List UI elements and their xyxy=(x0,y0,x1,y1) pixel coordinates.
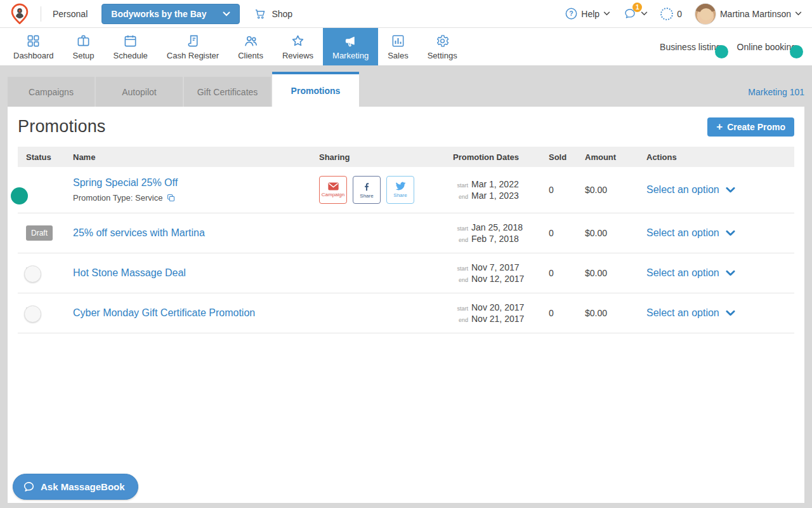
nav-item-cash-register[interactable]: Cash Register xyxy=(157,28,228,65)
start-date: Nov 7, 2017 xyxy=(471,262,520,272)
header-promotion-dates: Promotion Dates xyxy=(453,152,549,162)
nav-label: Settings xyxy=(428,51,457,60)
nav-item-settings[interactable]: Settings xyxy=(418,28,467,65)
business-listing-label: Business listing xyxy=(660,42,721,52)
chevron-down-icon xyxy=(795,11,802,16)
promo-status-toggle[interactable] xyxy=(26,268,27,278)
tab-promotions[interactable]: Promotions xyxy=(272,72,359,107)
online-booking-toggle-group[interactable]: Online booking xyxy=(737,42,802,52)
header-status: Status xyxy=(26,152,73,162)
promo-name-link[interactable]: 25% off services with Martina xyxy=(73,227,319,239)
promo-name-link[interactable]: Hot Stone Massage Deal xyxy=(73,267,319,279)
user-name: Martina Martinson xyxy=(720,9,791,19)
massagebook-logo-icon[interactable] xyxy=(10,3,29,25)
create-promo-label: Create Promo xyxy=(727,122,785,132)
tab-autopilot[interactable]: Autopilot xyxy=(96,77,183,107)
actions-dropdown[interactable]: Select an option xyxy=(646,307,786,319)
promo-name-link[interactable]: Cyber Monday Gift Certificate Promotion xyxy=(73,307,319,319)
actions-dropdown[interactable]: Select an option xyxy=(646,267,786,279)
actions-dropdown-label: Select an option xyxy=(646,227,719,239)
people-icon xyxy=(244,34,258,48)
start-label: start xyxy=(453,225,468,232)
help-icon: ? xyxy=(565,8,577,20)
nav-item-marketing[interactable]: Marketing xyxy=(323,28,378,65)
nav-item-reviews[interactable]: Reviews xyxy=(273,28,323,65)
table-row: Draft 25% off services with Martina star… xyxy=(18,213,794,253)
share-twitter-button[interactable]: Share xyxy=(386,176,414,204)
help-menu[interactable]: ? Help xyxy=(565,8,610,20)
nav-item-clients[interactable]: Clients xyxy=(228,28,273,65)
actions-dropdown[interactable]: Select an option xyxy=(646,184,786,196)
end-label: end xyxy=(453,277,468,283)
nav-label: Reviews xyxy=(282,51,313,60)
share-label: Share xyxy=(393,192,407,198)
nav-label: Cash Register xyxy=(167,51,219,60)
business-listing-toggle-group[interactable]: Business listing xyxy=(660,42,727,52)
page-title: Promotions xyxy=(18,117,106,137)
dashboard-icon xyxy=(26,34,41,48)
shop-label: Shop xyxy=(272,9,292,19)
end-date: Nov 12, 2017 xyxy=(471,274,524,284)
end-date: Nov 21, 2017 xyxy=(471,314,524,324)
divider xyxy=(41,6,41,22)
end-label: end xyxy=(453,237,468,243)
online-booking-label: Online booking xyxy=(737,42,796,52)
tab-campaigns[interactable]: Campaigns xyxy=(8,77,95,107)
ask-massagebook-button[interactable]: Ask MassageBook xyxy=(13,474,138,500)
chevron-down-icon xyxy=(726,310,735,316)
nav-label: Dashboard xyxy=(13,51,54,60)
gear-icon xyxy=(435,34,450,48)
facebook-icon xyxy=(362,182,372,192)
promo-status-toggle[interactable] xyxy=(26,308,27,318)
share-facebook-button[interactable]: Share xyxy=(353,176,381,204)
amount-value: $0.00 xyxy=(585,185,607,195)
chevron-down-icon xyxy=(223,11,230,17)
nav-item-setup[interactable]: Setup xyxy=(63,28,104,65)
sold-count: 0 xyxy=(549,185,554,195)
header-sharing: Sharing xyxy=(319,152,453,162)
actions-dropdown-label: Select an option xyxy=(646,267,719,279)
amount-value: $0.00 xyxy=(585,308,607,318)
envelope-icon xyxy=(328,182,339,190)
calendar-icon xyxy=(123,34,138,48)
sold-count: 0 xyxy=(549,228,554,238)
business-selector[interactable]: Bodyworks by the Bay xyxy=(102,4,240,24)
bar-chart-icon xyxy=(391,34,405,48)
share-campaign-button[interactable]: Campaign xyxy=(319,176,347,204)
receipt-icon xyxy=(186,34,200,48)
create-promo-button[interactable]: + Create Promo xyxy=(707,117,794,137)
end-label: end xyxy=(453,317,468,323)
actions-dropdown[interactable]: Select an option xyxy=(646,227,786,239)
svg-text:?: ? xyxy=(570,10,573,17)
user-menu[interactable]: Martina Martinson xyxy=(695,3,802,25)
notifications-menu[interactable]: 1 xyxy=(623,7,648,20)
shop-link[interactable]: Shop xyxy=(254,8,292,20)
points-count: 0 xyxy=(677,9,682,19)
briefcase-icon xyxy=(76,34,91,48)
tab-gift-certificates[interactable]: Gift Certificates xyxy=(184,77,271,107)
start-label: start xyxy=(453,265,468,272)
business-name: Bodyworks by the Bay xyxy=(111,9,206,19)
personal-link[interactable]: Personal xyxy=(53,9,88,19)
points-counter[interactable]: 0 xyxy=(660,8,682,20)
share-label: Campaign xyxy=(322,192,344,197)
avatar xyxy=(695,3,716,25)
marketing-101-link[interactable]: Marketing 101 xyxy=(748,87,804,97)
promo-name-link[interactable]: Spring Special 25% Off xyxy=(73,177,319,189)
nav-label: Sales xyxy=(388,51,409,60)
nav-item-schedule[interactable]: Schedule xyxy=(104,28,157,65)
nav-item-sales[interactable]: Sales xyxy=(378,28,418,65)
sold-count: 0 xyxy=(549,308,554,318)
nav-label: Clients xyxy=(238,51,263,60)
plus-icon: + xyxy=(716,121,723,132)
header-amount: Amount xyxy=(585,152,646,162)
nav-item-dashboard[interactable]: Dashboard xyxy=(4,28,63,65)
promo-type-label: Promotion Type: Service xyxy=(73,193,162,203)
top-bar: Personal Bodyworks by the Bay Shop ? Hel… xyxy=(0,0,812,28)
header-actions: Actions xyxy=(646,152,786,162)
amount-value: $0.00 xyxy=(585,268,607,278)
table-row: Spring Special 25% Off Promotion Type: S… xyxy=(18,167,794,213)
chevron-down-icon xyxy=(726,187,735,193)
copy-icon[interactable] xyxy=(166,193,176,203)
star-icon xyxy=(291,34,305,48)
